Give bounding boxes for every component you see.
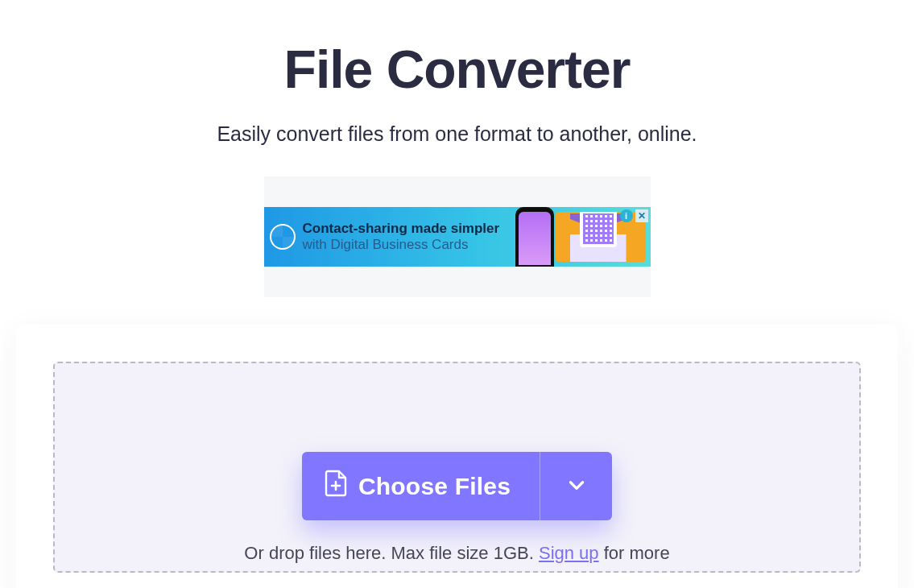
chevron-down-icon: [566, 474, 587, 498]
page-subtitle: Easily convert files from one format to …: [0, 122, 914, 146]
page-title: File Converter: [0, 39, 914, 100]
choose-files-group: Choose Files: [302, 452, 612, 520]
signup-link[interactable]: Sign up: [539, 543, 599, 563]
ad-headline: Contact-sharing made simpler: [303, 221, 500, 237]
file-add-icon: [325, 470, 347, 503]
drop-prefix: Or drop files here. Max file size: [244, 543, 493, 563]
drop-max-size: 1GB: [494, 543, 529, 563]
choose-files-button[interactable]: Choose Files: [302, 452, 540, 520]
ad-logo-icon: [269, 223, 296, 251]
choose-files-dropdown-button[interactable]: [540, 452, 612, 520]
ad-close-icon[interactable]: ✕: [635, 209, 648, 222]
drop-help-text: Or drop files here. Max file size 1GB. S…: [244, 543, 669, 564]
choose-files-label: Choose Files: [358, 473, 511, 500]
ad-subheadline: with Digital Business Cards: [303, 237, 500, 253]
drop-period: .: [529, 543, 539, 563]
ad-text: Contact-sharing made simpler with Digita…: [303, 221, 500, 252]
drop-suffix: for more: [599, 543, 670, 563]
dropzone[interactable]: Choose Files Or drop files here. Max fil…: [53, 362, 861, 573]
ad-slot: Contact-sharing made simpler with Digita…: [264, 176, 651, 297]
ad-phone-graphic: [515, 207, 554, 267]
ad-banner[interactable]: Contact-sharing made simpler with Digita…: [264, 207, 651, 267]
ad-info-icon[interactable]: i: [620, 209, 633, 222]
main-card: Choose Files Or drop files here. Max fil…: [16, 325, 898, 588]
